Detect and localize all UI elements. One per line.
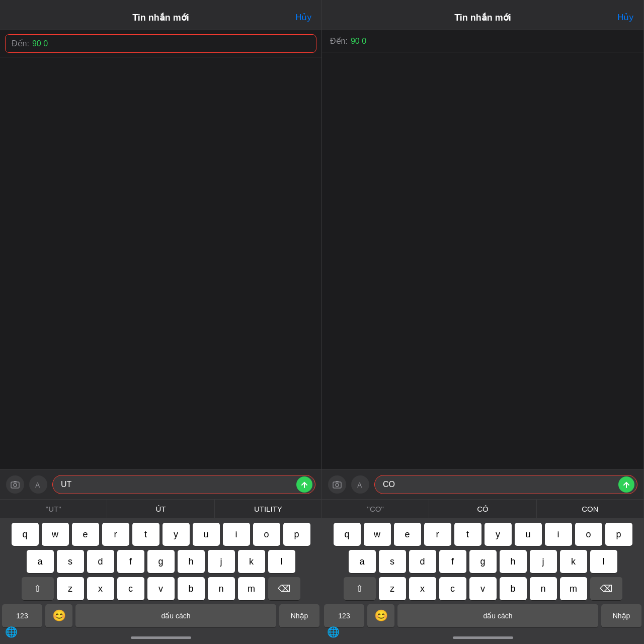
left-header: Tin nhắn mới Hủy	[0, 0, 321, 30]
left-key-z[interactable]: z	[57, 577, 84, 600]
left-key-i[interactable]: i	[223, 523, 250, 546]
left-key-f[interactable]: f	[117, 550, 144, 573]
right-key-g[interactable]: g	[469, 550, 497, 573]
left-key-u[interactable]: u	[193, 523, 220, 546]
right-panel: Tin nhắn mới Hủy Đến: 90 0 A	[322, 0, 644, 644]
right-key-n[interactable]: n	[530, 577, 557, 600]
left-home-indicator	[131, 636, 191, 639]
left-message-body[interactable]	[0, 57, 321, 469]
left-key-q[interactable]: q	[12, 523, 39, 546]
left-key-shift[interactable]: ⇧	[22, 577, 54, 600]
left-key-enter[interactable]: Nhập	[279, 604, 319, 627]
left-key-v[interactable]: v	[147, 577, 175, 600]
right-key-emoji[interactable]: 😊	[367, 604, 394, 627]
left-key-o[interactable]: o	[253, 523, 280, 546]
svg-rect-6	[336, 481, 339, 482]
left-key-a[interactable]: a	[27, 550, 54, 573]
left-key-k[interactable]: k	[238, 550, 265, 573]
left-cancel-button[interactable]: Hủy	[295, 12, 311, 23]
left-globe-icon[interactable]: 🌐	[5, 626, 18, 638]
left-key-d[interactable]: d	[87, 550, 114, 573]
left-key-row-3: ⇧ z x c v b n m ⌫	[2, 577, 319, 600]
right-message-input[interactable]	[374, 475, 637, 494]
right-autocomplete-2[interactable]: CON	[537, 500, 643, 518]
right-key-c[interactable]: c	[439, 577, 466, 600]
right-key-q[interactable]: q	[334, 523, 361, 546]
left-key-g[interactable]: g	[147, 550, 175, 573]
left-autocomplete-1[interactable]: ÚT	[107, 500, 214, 518]
left-to-field-highlighted[interactable]: Đến: 90 0	[5, 34, 316, 53]
left-key-h[interactable]: h	[178, 550, 205, 573]
right-key-backspace[interactable]: ⌫	[590, 577, 622, 600]
right-to-value: 90 0	[351, 37, 366, 46]
right-message-body[interactable]	[322, 52, 643, 469]
right-key-enter[interactable]: Nhập	[601, 604, 641, 627]
right-key-shift[interactable]: ⇧	[344, 577, 376, 600]
right-key-z[interactable]: z	[379, 577, 406, 600]
right-key-o[interactable]: o	[575, 523, 602, 546]
left-key-emoji[interactable]: 😊	[45, 604, 72, 627]
right-key-p[interactable]: p	[605, 523, 632, 546]
right-autocomplete-1[interactable]: CÓ	[429, 500, 536, 518]
left-key-t[interactable]: t	[132, 523, 159, 546]
right-key-l[interactable]: l	[590, 550, 617, 573]
right-keyboard: q w e r t y u i o p a s d f g h j k l ⇧ …	[322, 519, 643, 633]
right-key-d[interactable]: d	[409, 550, 436, 573]
right-key-m[interactable]: m	[560, 577, 587, 600]
left-message-input[interactable]	[52, 475, 315, 494]
right-key-123[interactable]: 123	[324, 604, 364, 627]
svg-rect-2	[14, 481, 17, 482]
left-bottom-bar: 🌐	[0, 633, 321, 644]
left-key-s[interactable]: s	[57, 550, 84, 573]
right-toolbar-icons: A	[322, 470, 643, 499]
left-key-l[interactable]: l	[268, 550, 295, 573]
right-bottom-bar: 🌐	[322, 633, 643, 644]
right-camera-icon[interactable]	[328, 475, 346, 494]
left-autocomplete-0[interactable]: "UT"	[0, 500, 107, 518]
right-key-h[interactable]: h	[500, 550, 527, 573]
right-key-j[interactable]: j	[530, 550, 557, 573]
svg-rect-0	[11, 482, 19, 488]
left-key-b[interactable]: b	[178, 577, 205, 600]
left-key-w[interactable]: w	[42, 523, 69, 546]
right-key-i[interactable]: i	[545, 523, 572, 546]
right-key-space[interactable]: dấu cách	[397, 604, 598, 627]
right-key-t[interactable]: t	[454, 523, 481, 546]
right-appstore-icon[interactable]: A	[351, 475, 369, 494]
left-key-c[interactable]: c	[117, 577, 144, 600]
right-autocomplete-0[interactable]: "CO"	[322, 500, 429, 518]
right-send-button[interactable]	[618, 476, 634, 493]
right-key-w[interactable]: w	[364, 523, 391, 546]
right-key-r[interactable]: r	[424, 523, 451, 546]
right-key-s[interactable]: s	[379, 550, 406, 573]
left-key-p[interactable]: p	[283, 523, 310, 546]
left-key-m[interactable]: m	[238, 577, 265, 600]
left-key-r[interactable]: r	[102, 523, 129, 546]
svg-point-1	[14, 484, 17, 487]
left-send-button[interactable]	[296, 476, 312, 493]
left-key-123[interactable]: 123	[2, 604, 42, 627]
right-key-e[interactable]: e	[394, 523, 421, 546]
left-autocomplete-2[interactable]: UTILITY	[215, 500, 321, 518]
left-key-n[interactable]: n	[208, 577, 235, 600]
left-camera-icon[interactable]	[6, 475, 24, 494]
right-cancel-button[interactable]: Hủy	[617, 12, 633, 23]
right-key-y[interactable]: y	[485, 523, 512, 546]
right-globe-icon[interactable]: 🌐	[327, 626, 340, 638]
left-key-backspace[interactable]: ⌫	[268, 577, 300, 600]
right-key-k[interactable]: k	[560, 550, 587, 573]
right-key-f[interactable]: f	[439, 550, 466, 573]
right-to-field[interactable]: Đến: 90 0	[322, 30, 643, 52]
left-key-space[interactable]: dấu cách	[75, 604, 276, 627]
left-key-j[interactable]: j	[208, 550, 235, 573]
left-key-y[interactable]: y	[163, 523, 190, 546]
right-key-a[interactable]: a	[349, 550, 376, 573]
left-key-x[interactable]: x	[87, 577, 114, 600]
right-key-b[interactable]: b	[500, 577, 527, 600]
right-key-x[interactable]: x	[409, 577, 436, 600]
left-appstore-icon[interactable]: A	[29, 475, 47, 494]
right-key-v[interactable]: v	[469, 577, 497, 600]
left-bottom-toolbar: A	[0, 469, 321, 499]
right-key-u[interactable]: u	[515, 523, 542, 546]
left-key-e[interactable]: e	[72, 523, 99, 546]
